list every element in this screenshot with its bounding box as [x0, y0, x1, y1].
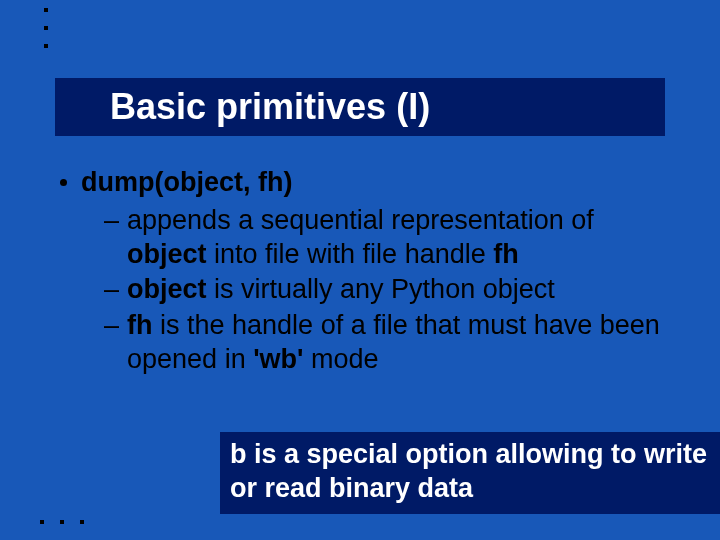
note-box: b is a special option allowing to write … [220, 432, 720, 514]
slide-title: Basic primitives (I) [110, 86, 430, 128]
sub-text: fh is the handle of a file that must hav… [127, 309, 670, 377]
note-text: b is a special option allowing to write … [230, 439, 707, 503]
bullet-item: dump(object, fh) [60, 166, 670, 200]
dash-icon: – [104, 273, 119, 307]
decorative-dots-bottom [40, 520, 84, 524]
decorative-dots-top [44, 8, 48, 62]
dash-icon: – [104, 309, 119, 343]
sub-item: – object is virtually any Python object [104, 273, 670, 307]
sub-list: – appends a sequential representation of… [104, 204, 670, 377]
content-area: dump(object, fh) – appends a sequential … [60, 166, 670, 377]
sub-text: object is virtually any Python object [127, 273, 555, 307]
dash-icon: – [104, 204, 119, 238]
bullet-dot-icon [60, 179, 67, 186]
bullet-head: dump(object, fh) [81, 166, 293, 200]
title-bar: Basic primitives (I) [55, 78, 665, 136]
sub-item: – fh is the handle of a file that must h… [104, 309, 670, 377]
sub-text: appends a sequential representation of o… [127, 204, 670, 272]
sub-item: – appends a sequential representation of… [104, 204, 670, 272]
